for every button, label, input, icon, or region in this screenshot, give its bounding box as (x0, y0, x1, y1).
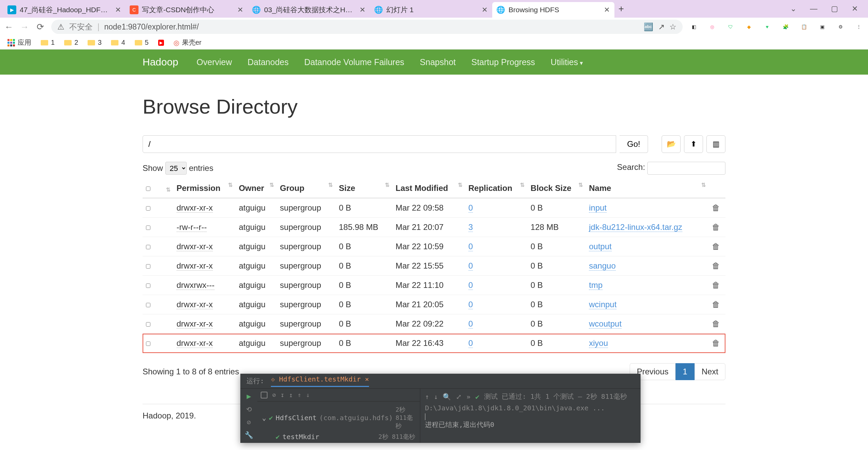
sort-asc-icon[interactable]: ↥ (289, 391, 293, 398)
profile-icon[interactable]: ⚙ (835, 22, 846, 32)
row-checkbox[interactable] (146, 341, 150, 346)
debug-icon[interactable]: ⟲ (246, 405, 252, 413)
name-link[interactable]: jdk-8u212-linux-x64.tar.gz (589, 222, 682, 232)
col-owner[interactable]: Owner⇅ (235, 179, 276, 198)
expand-icon[interactable]: ⇓ (306, 391, 310, 398)
bookmark-folder-5[interactable]: 5 (135, 39, 149, 46)
trash-icon[interactable]: 🗑 (712, 203, 720, 212)
trash-icon[interactable]: 🗑 (712, 319, 720, 328)
entries-select[interactable]: 25 (165, 162, 187, 175)
replication-cell[interactable]: 0 (468, 280, 473, 290)
name-link[interactable]: xiyou (589, 338, 608, 348)
nav-snapshot[interactable]: Snapshot (420, 57, 456, 67)
permission-cell[interactable]: drwxr-xr-x (177, 338, 213, 348)
permission-cell[interactable]: drwxr-xr-x (177, 300, 213, 309)
name-link[interactable]: tmp (589, 280, 603, 290)
nav-datanodes[interactable]: Datanodes (247, 57, 289, 67)
reading-list-icon[interactable]: 📋 (799, 22, 809, 32)
replication-cell[interactable]: 0 (468, 338, 473, 348)
back-button[interactable]: ← (4, 22, 14, 32)
name-link[interactable]: wcoutput (589, 319, 622, 329)
search-input[interactable] (647, 162, 725, 175)
close-icon[interactable]: ✕ (604, 6, 610, 14)
upload-button[interactable]: ⬆ (684, 135, 703, 153)
permission-cell[interactable]: drwxr-xr-x (177, 319, 213, 329)
tab-4-active[interactable]: 🌐 Browsing HDFS ✕ (492, 2, 614, 18)
translate-icon[interactable]: 🔤 (644, 22, 653, 32)
prev-icon[interactable]: ↑ (425, 393, 429, 401)
tree-child[interactable]: ✔ testMkdir 2秒 811毫秒 (262, 431, 415, 441)
close-window-icon[interactable]: ✕ (852, 4, 858, 13)
sort-desc-icon[interactable]: ↧ (281, 391, 284, 398)
next-icon[interactable]: ↓ (434, 393, 438, 401)
name-link[interactable]: sanguo (589, 261, 616, 271)
bookmark-guoke[interactable]: ◎果壳er (173, 38, 202, 47)
row-checkbox[interactable] (146, 303, 150, 307)
permission-cell[interactable]: drwxr-xr-x (177, 203, 213, 213)
tab-3[interactable]: 🌐 幻灯片 1 ✕ (370, 2, 492, 18)
permission-cell[interactable]: drwxrwx--- (177, 280, 215, 290)
col-group[interactable]: Group⇅ (277, 179, 336, 198)
menu-icon[interactable]: ⋮ (854, 22, 864, 32)
extensions-icon[interactable]: 🧩 (780, 22, 791, 32)
next-button[interactable]: Next (695, 363, 725, 380)
row-checkbox[interactable] (146, 283, 150, 288)
side-panel-icon[interactable]: ▣ (817, 22, 827, 32)
chevron-down-icon[interactable]: ⌄ (790, 4, 796, 13)
forbid-icon[interactable]: ⊘ (272, 391, 276, 398)
tab-2[interactable]: 🌐 03_尚硅谷大数据技术之Hadoop ✕ (248, 2, 370, 18)
minimize-icon[interactable]: — (810, 4, 817, 13)
trash-icon[interactable]: 🗑 (712, 300, 720, 309)
apps-bookmark[interactable]: 应用 (7, 38, 31, 47)
cut-button[interactable]: ▥ (706, 135, 725, 153)
bookmark-folder-1[interactable]: 1 (41, 39, 55, 46)
row-checkbox[interactable] (146, 226, 150, 230)
sort-icon[interactable]: ⇅ (166, 188, 170, 192)
bookmark-folder-3[interactable]: 3 (88, 39, 101, 46)
page-1-button[interactable]: 1 (676, 363, 694, 380)
replication-cell[interactable]: 0 (468, 300, 473, 309)
tab-0[interactable]: ▶ 47_尚硅谷_Hadoop_HDFS_API ✕ (3, 2, 126, 18)
path-input[interactable] (143, 135, 616, 153)
test-tab[interactable]: ⟐ HdfsClient.testMkdir × (271, 375, 369, 387)
name-link[interactable]: wcinput (589, 300, 616, 309)
bookmark-youtube[interactable]: ▶ (158, 40, 164, 46)
url-input[interactable]: ⚠ 不安全 | node1:9870/explorer.html#/ 🔤 ↗ ☆ (51, 20, 683, 34)
ext-icon-2[interactable]: ◎ (707, 22, 717, 32)
close-icon[interactable]: ✕ (359, 6, 366, 14)
replication-cell[interactable]: 0 (468, 242, 473, 251)
trash-icon[interactable]: 🗑 (712, 261, 720, 270)
name-link[interactable]: input (589, 203, 607, 213)
trash-icon[interactable]: 🗑 (712, 242, 720, 251)
replication-cell[interactable]: 0 (468, 261, 473, 271)
import-icon[interactable]: ⤢ (456, 393, 462, 401)
nav-utilities[interactable]: Utilities (551, 57, 583, 67)
bookmark-folder-2[interactable]: 2 (64, 39, 78, 46)
new-tab-button[interactable]: + (614, 3, 628, 14)
col-permission[interactable]: Permission⇅ (173, 179, 235, 198)
col-block-size[interactable]: Block Size⇅ (527, 179, 586, 198)
ext-icon-5[interactable]: ♥ (762, 22, 772, 32)
maximize-icon[interactable]: ▢ (831, 4, 838, 13)
star-icon[interactable]: ☆ (669, 22, 677, 32)
trash-icon[interactable]: 🗑 (712, 338, 720, 348)
reload-button[interactable]: ⟳ (36, 22, 45, 32)
col-name[interactable]: Name⇅ (586, 179, 708, 198)
name-link[interactable]: output (589, 242, 612, 251)
go-button[interactable]: Go! (620, 135, 648, 153)
share-icon[interactable]: ↗ (658, 22, 665, 32)
col-replication[interactable]: Replication⇅ (465, 179, 527, 198)
nav-volume-failures[interactable]: Datanode Volume Failures (304, 57, 404, 67)
tab-1[interactable]: C 写文章-CSDN创作中心 ✕ (126, 2, 248, 18)
replication-cell[interactable]: 0 (468, 319, 473, 329)
bookmark-folder-4[interactable]: 4 (111, 39, 125, 46)
close-icon[interactable]: ✕ (115, 6, 122, 14)
close-icon[interactable]: ✕ (481, 6, 488, 14)
export-icon[interactable]: 🔍 (443, 393, 451, 401)
trash-icon[interactable]: 🗑 (712, 222, 720, 232)
replication-cell[interactable]: 3 (468, 222, 473, 232)
settings-icon[interactable]: 🔧 (245, 431, 253, 439)
ext-icon-3[interactable]: 🛡 (725, 22, 736, 32)
col-size[interactable]: Size⇅ (335, 179, 392, 198)
check-icon[interactable] (261, 392, 267, 398)
